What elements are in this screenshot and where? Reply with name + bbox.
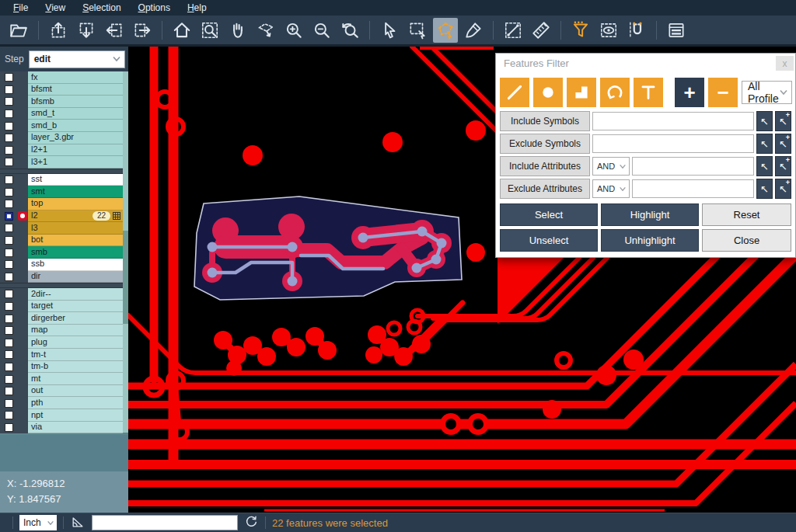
unselect-button[interactable]: Unselect xyxy=(500,229,598,252)
measure-line-icon[interactable] xyxy=(501,18,525,43)
zoom-area-icon[interactable] xyxy=(197,18,222,43)
layer-name[interactable]: top xyxy=(28,198,123,210)
layer-row-bot[interactable]: bot xyxy=(0,235,123,247)
clear-brush-icon[interactable] xyxy=(461,18,486,43)
layer-row-l3[interactable]: l3 xyxy=(0,222,123,235)
layer-name[interactable]: l3+1 xyxy=(28,156,123,169)
layer-row-top[interactable]: top xyxy=(0,198,123,210)
layer-name[interactable]: 2dir-- xyxy=(28,288,123,301)
layer-visibility-checkbox[interactable] xyxy=(5,85,13,94)
include-symbols-input[interactable] xyxy=(592,112,754,130)
layer-row-smt[interactable]: smt xyxy=(0,186,123,198)
exclude-attributes-button[interactable]: Exclude Attributes xyxy=(500,179,590,199)
refresh-icon[interactable] xyxy=(244,514,259,531)
layer-name[interactable]: fx xyxy=(28,71,123,84)
layer-visibility-checkbox[interactable] xyxy=(5,110,13,118)
layer-name[interactable]: smb xyxy=(28,246,123,259)
layer-row-out[interactable]: out xyxy=(0,385,123,398)
layer-visibility-checkbox[interactable] xyxy=(5,146,13,155)
layer-name[interactable]: dir xyxy=(28,271,123,283)
unit-select[interactable]: Inch xyxy=(19,515,57,530)
exclude-attributes-operator-select[interactable]: AND xyxy=(592,179,630,198)
layer-visibility-checkbox[interactable] xyxy=(5,273,13,281)
layer-list-scrollbar[interactable] xyxy=(123,71,128,433)
step-select[interactable]: edit xyxy=(29,50,125,68)
dialog-titlebar[interactable]: Features Filter x xyxy=(496,54,795,73)
add-filter-button[interactable]: + xyxy=(675,78,704,107)
layer-row-l3+1[interactable]: l3+1 xyxy=(0,156,123,169)
zoom-out-icon[interactable] xyxy=(309,18,334,43)
exclude-attributes-pick-button[interactable]: ↖ xyxy=(756,179,773,199)
layer-name[interactable]: l2+1 xyxy=(28,144,123,157)
layer-row-npt[interactable]: npt xyxy=(0,409,123,422)
layer-name[interactable]: layer_3.gbr xyxy=(28,132,123,144)
layer-visibility-checkbox[interactable] xyxy=(5,423,13,432)
highlight-button[interactable]: Highlight xyxy=(601,203,699,226)
layer-row-2dir--[interactable]: 2dir-- xyxy=(0,288,123,301)
profile-select[interactable]: All Profile xyxy=(742,81,792,104)
layer-row-via[interactable]: via xyxy=(0,422,123,434)
layer-visibility-checkbox[interactable] xyxy=(5,224,13,232)
exclude-attributes-input[interactable] xyxy=(632,179,754,198)
unhighlight-button[interactable]: Unhighlight xyxy=(601,229,699,252)
remove-filter-button[interactable]: − xyxy=(708,78,738,107)
command-input[interactable] xyxy=(92,515,238,530)
layer-name[interactable]: pth xyxy=(28,397,123,409)
dialog-close-button[interactable]: x xyxy=(776,56,794,71)
exclude-attributes-pick-add-button[interactable]: ↖+ xyxy=(775,179,791,199)
reset-button[interactable]: Reset xyxy=(702,203,791,226)
home-icon[interactable] xyxy=(169,18,194,43)
layer-visibility-checkbox[interactable] xyxy=(5,236,13,245)
feature-type-surface-button[interactable] xyxy=(567,78,596,107)
layers-panel-icon[interactable] xyxy=(664,18,689,43)
layer-name[interactable]: smd_b xyxy=(28,120,123,132)
layer-visibility-checkbox[interactable] xyxy=(5,188,13,196)
import-up-icon[interactable] xyxy=(46,18,71,43)
feature-type-arc-button[interactable] xyxy=(600,78,630,107)
menu-selection[interactable]: Selection xyxy=(75,2,127,14)
layer-row-plug[interactable]: plug xyxy=(0,336,123,349)
layer-visibility-checkbox[interactable] xyxy=(5,290,13,298)
layer-name[interactable]: bot xyxy=(28,235,123,247)
layer-visibility-checkbox[interactable] xyxy=(5,387,13,395)
layer-name[interactable]: tm-t xyxy=(28,349,123,361)
zoom-undo-icon[interactable] xyxy=(337,18,362,43)
select-arrow-icon[interactable] xyxy=(377,18,402,43)
include-symbols-pick-button[interactable]: ↖ xyxy=(756,111,773,131)
layer-name[interactable]: l222 xyxy=(28,210,123,223)
layer-visibility-checkbox[interactable] xyxy=(5,176,13,184)
layer-row-sst[interactable]: sst xyxy=(0,174,123,186)
include-attributes-button[interactable]: Include Attributes xyxy=(500,156,590,176)
layer-row-l2[interactable]: l222 xyxy=(0,210,123,223)
exclude-symbols-pick-button[interactable]: ↖ xyxy=(756,134,773,154)
layer-name[interactable]: via xyxy=(28,422,123,434)
include-attributes-pick-add-button[interactable]: ↖+ xyxy=(775,156,791,176)
exclude-symbols-pick-add-button[interactable]: ↖+ xyxy=(775,134,791,154)
drag-view-icon[interactable] xyxy=(253,18,278,43)
layer-row-smd_t[interactable]: smd_t xyxy=(0,108,123,120)
layer-name[interactable]: dirgerber xyxy=(28,312,123,325)
layer-row-smb[interactable]: smb xyxy=(0,246,123,259)
layer-row-dir[interactable]: dir xyxy=(0,271,123,283)
layer-row-pth[interactable]: pth xyxy=(0,397,123,409)
layer-name[interactable]: out xyxy=(28,385,123,398)
layer-name[interactable]: plug xyxy=(28,336,123,349)
grid-table-icon[interactable] xyxy=(113,212,120,220)
layer-visibility-checkbox[interactable] xyxy=(5,326,13,335)
layer-name[interactable]: npt xyxy=(28,409,123,422)
layer-visibility-checkbox[interactable] xyxy=(5,339,13,347)
exclude-symbols-button[interactable]: Exclude Symbols xyxy=(500,134,590,154)
layer-row-target[interactable]: target xyxy=(0,301,123,313)
close-button[interactable]: Close xyxy=(702,229,791,252)
layer-row-fx[interactable]: fx xyxy=(0,71,123,84)
layer-row-l2+1[interactable]: l2+1 xyxy=(0,144,123,157)
layer-name[interactable]: mt xyxy=(28,373,123,385)
menu-help[interactable]: Help xyxy=(180,2,214,14)
layer-name[interactable]: map xyxy=(28,325,123,337)
layer-visibility-checkbox[interactable] xyxy=(5,302,13,311)
layer-name[interactable]: smd_t xyxy=(28,108,123,120)
open-icon[interactable] xyxy=(6,18,31,43)
layer-row-ssb[interactable]: ssb xyxy=(0,259,123,271)
select-button[interactable]: Select xyxy=(500,203,598,226)
layer-row-smd_b[interactable]: smd_b xyxy=(0,120,123,132)
